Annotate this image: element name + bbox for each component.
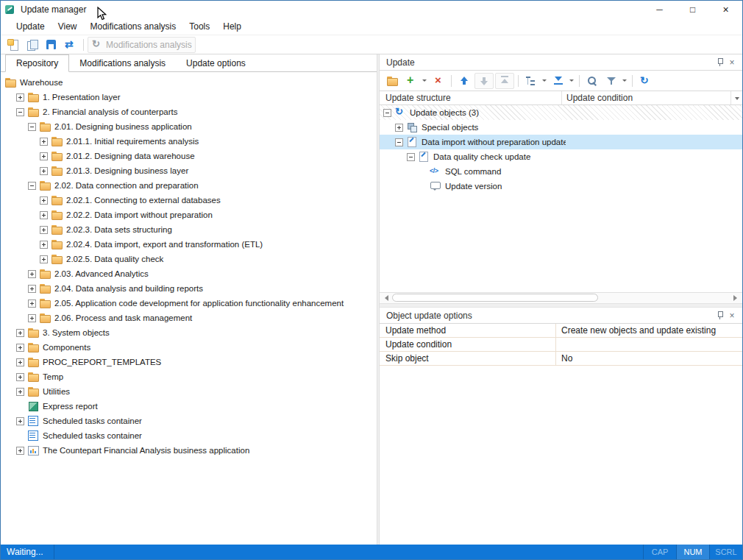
expander-icon[interactable] xyxy=(28,270,36,278)
expander-icon[interactable] xyxy=(16,344,24,352)
minimize-button[interactable]: ─ xyxy=(643,1,676,18)
expander-icon[interactable] xyxy=(407,153,415,161)
menu-help[interactable]: Help xyxy=(216,18,248,35)
tree-row[interactable]: 1. Presentation layer xyxy=(1,90,377,104)
tab-update-options[interactable]: Update options xyxy=(176,54,256,71)
dropdown-caret-icon[interactable] xyxy=(541,73,547,89)
tree-row[interactable]: Utilities xyxy=(1,384,377,399)
tree-row[interactable]: 2.04. Data analysis and building reports xyxy=(1,281,377,296)
menu-update[interactable]: Update xyxy=(10,18,51,35)
property-value[interactable]: No xyxy=(556,352,742,365)
expander-icon[interactable] xyxy=(28,314,36,322)
tree-row[interactable]: Express report xyxy=(1,399,377,414)
update-tree-row[interactable]: Update objects (3) xyxy=(380,105,742,120)
scrollbar-track[interactable] xyxy=(391,293,731,303)
update-tree-row[interactable]: Special objects xyxy=(380,120,742,135)
close-panel-icon[interactable]: × xyxy=(726,310,738,322)
expander-icon[interactable] xyxy=(16,447,24,455)
save-button[interactable] xyxy=(43,37,60,53)
title-bar[interactable]: Update manager ─ □ × xyxy=(1,1,742,18)
tree-row[interactable]: The Countepart Financial Analysis busine… xyxy=(1,443,377,458)
tree-row[interactable]: 2.01.1. Initial requirements analysis xyxy=(1,134,377,149)
expander-icon[interactable] xyxy=(28,182,36,190)
tree-row[interactable]: 2.01.3. Designing business layer xyxy=(1,163,377,178)
expander-icon[interactable] xyxy=(395,124,403,132)
expander-icon[interactable] xyxy=(40,241,48,249)
expander-icon[interactable] xyxy=(16,358,24,366)
tree-row[interactable]: Temp xyxy=(1,369,377,384)
tree-row[interactable]: 2.02.5. Data quality check xyxy=(1,252,377,266)
update-tree-row[interactable]: Data quality check update xyxy=(380,149,742,164)
tree-row[interactable]: Scheduled tasks container xyxy=(1,428,377,443)
tab-modifications-analysis[interactable]: Modifications analysis xyxy=(69,54,176,71)
delete-object-button[interactable] xyxy=(430,73,447,89)
tree-row[interactable]: 2.05. Application code development for a… xyxy=(1,296,377,311)
expander-icon[interactable] xyxy=(16,373,24,381)
property-value[interactable] xyxy=(556,338,742,351)
tree-row[interactable]: Warehouse xyxy=(1,75,377,90)
add-object-button[interactable] xyxy=(402,73,420,89)
tree-row[interactable]: 2.02.2. Data import without preparation xyxy=(1,208,377,222)
modifications-analysis-button[interactable]: Modifications analysis xyxy=(88,37,196,53)
expander-icon[interactable] xyxy=(40,226,48,234)
refresh-button[interactable] xyxy=(636,73,654,89)
close-button[interactable]: × xyxy=(709,1,742,18)
column-update-condition[interactable]: Update condition xyxy=(562,91,730,104)
close-panel-icon[interactable]: × xyxy=(726,57,738,68)
tree-row[interactable]: Scheduled tasks container xyxy=(1,414,377,428)
tree-row[interactable]: 2.01.2. Designing data warehouse xyxy=(1,149,377,163)
tree-row[interactable]: 2.02. Data connection and preparation xyxy=(1,178,377,193)
tree-row[interactable]: 2.02.3. Data sets structuring xyxy=(1,222,377,237)
pin-icon[interactable] xyxy=(714,310,726,322)
move-to-top-button[interactable] xyxy=(495,73,514,89)
move-down-button[interactable] xyxy=(474,73,494,89)
expander-icon[interactable] xyxy=(16,329,24,337)
property-row[interactable]: Skip object No xyxy=(380,352,742,366)
tree-row[interactable]: PROC_REPORT_TEMPLATES xyxy=(1,355,377,369)
import-button[interactable] xyxy=(550,73,567,89)
scroll-left-button[interactable] xyxy=(380,293,391,303)
dropdown-caret-icon[interactable] xyxy=(568,73,575,89)
maximize-button[interactable]: □ xyxy=(676,1,709,18)
new-document-button[interactable] xyxy=(4,37,22,53)
update-tree-row[interactable]: Update version xyxy=(380,179,742,194)
property-row[interactable]: Update method Create new objects and upd… xyxy=(380,324,742,338)
expander-icon[interactable] xyxy=(28,123,36,131)
tree-row[interactable]: 2.02.4. Data import, export and transfor… xyxy=(1,237,377,252)
menu-view[interactable]: View xyxy=(51,18,84,35)
expander-icon[interactable] xyxy=(16,417,24,425)
column-options-button[interactable] xyxy=(730,91,742,104)
tree-view-options-button[interactable] xyxy=(522,73,540,89)
folder-button[interactable] xyxy=(383,73,401,89)
tree-row[interactable]: 2.03. Advanced Analytics xyxy=(1,266,377,281)
scrollbar-thumb[interactable] xyxy=(392,294,598,302)
expander-icon[interactable] xyxy=(40,138,48,146)
scroll-right-button[interactable] xyxy=(731,293,742,303)
expander-icon[interactable] xyxy=(16,93,24,102)
tree-row[interactable]: 2.02.1. Connecting to external databases xyxy=(1,193,377,208)
expander-icon[interactable] xyxy=(40,211,48,219)
expander-icon[interactable] xyxy=(16,388,24,396)
expander-icon[interactable] xyxy=(40,152,48,160)
menu-modifications-analysis[interactable]: Modifications analysis xyxy=(84,18,183,35)
update-tree-row[interactable]: Data import without preparation update xyxy=(380,135,742,149)
tree-row[interactable]: Components xyxy=(1,340,377,355)
horizontal-scrollbar[interactable] xyxy=(380,292,742,303)
expander-icon[interactable] xyxy=(16,108,24,116)
expander-icon[interactable] xyxy=(395,138,403,146)
tree-row[interactable]: 2.06. Process and task management xyxy=(1,311,377,325)
tree-row[interactable]: 3. System objects xyxy=(1,325,377,340)
tab-repository[interactable]: Repository xyxy=(5,54,69,72)
tree-row[interactable]: 2.01. Designing business application xyxy=(1,119,377,134)
search-button[interactable] xyxy=(583,73,601,89)
expander-icon[interactable] xyxy=(28,285,36,293)
copy-button[interactable] xyxy=(24,37,41,53)
property-row[interactable]: Update condition xyxy=(380,338,742,352)
column-update-structure[interactable]: Update structure xyxy=(380,91,562,104)
sync-button[interactable] xyxy=(62,37,79,53)
filter-button[interactable] xyxy=(602,73,620,89)
menu-tools[interactable]: Tools xyxy=(182,18,216,35)
expander-icon[interactable] xyxy=(40,255,48,263)
expander-icon[interactable] xyxy=(40,196,48,205)
update-tree-row[interactable]: SQL command xyxy=(380,164,742,179)
